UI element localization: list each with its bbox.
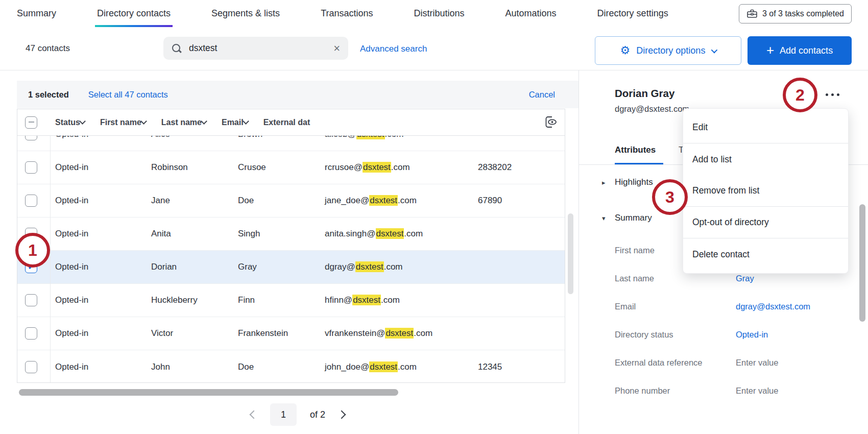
attribute-label: External data reference — [615, 357, 703, 367]
clear-search-icon[interactable]: × — [333, 43, 340, 54]
add-contacts-button[interactable]: + Add contacts — [748, 36, 852, 65]
menu-item[interactable]: Remove from list — [683, 175, 848, 207]
directory-options-label: Directory options — [636, 45, 705, 56]
select-all-link[interactable]: Select all 47 contacts — [88, 90, 168, 100]
nav-tab[interactable]: Distributions — [414, 0, 465, 27]
cell-external-data: 2838202 — [478, 162, 559, 173]
search-box[interactable]: × — [163, 37, 348, 60]
cell-first-name: Alice — [151, 136, 238, 139]
column-header[interactable]: First name — [100, 118, 161, 127]
nav-tab[interactable]: Transactions — [321, 0, 373, 27]
more-actions-icon[interactable] — [826, 89, 848, 100]
table-row[interactable]: Opted-in Dorian Gray dgray@dsxtest.com — [17, 251, 565, 284]
column-header[interactable]: Last name — [161, 118, 222, 127]
table-body: Opted-in Alice Brown aliceb@dsxtest.com … — [17, 136, 565, 382]
cell-first-name: Victor — [151, 328, 238, 339]
cell-external-data: 67890 — [478, 196, 559, 206]
select-all-checkbox[interactable] — [25, 116, 37, 129]
search-match-highlight: dsxtest — [363, 162, 391, 173]
menu-item[interactable]: Edit — [683, 112, 848, 143]
cell-email: rcrusoe@dsxtest.com — [325, 162, 478, 173]
cancel-selection-link[interactable]: Cancel — [529, 90, 555, 100]
directory-options-button[interactable]: ⚙ Directory options — [595, 36, 741, 65]
row-checkbox[interactable] — [25, 294, 37, 306]
table-row[interactable]: Opted-in Victor Frankenstein vfrankenste… — [17, 317, 565, 350]
cell-email: john_doe@dsxtest.com — [325, 362, 478, 372]
cell-last-name: Doe — [238, 362, 325, 372]
tab-attributes[interactable]: Attributes — [615, 145, 656, 155]
attribute-value[interactable]: Gray — [736, 273, 754, 283]
current-page[interactable]: 1 — [270, 403, 297, 426]
cell-first-name: John — [151, 362, 238, 372]
search-input[interactable] — [189, 43, 326, 54]
column-header[interactable]: Email — [222, 118, 263, 127]
contact-actions-menu: Edit Add to list Remove from list Opt-ou… — [683, 108, 849, 274]
row-checkbox[interactable] — [25, 361, 37, 373]
cell-status: Opted-in — [55, 196, 151, 206]
attribute-row: Directory status Opted-in — [579, 320, 868, 348]
advanced-search-link[interactable]: Advanced search — [360, 44, 427, 54]
table-row[interactable]: Opted-in Huckleberry Finn hfinn@dsxtest.… — [17, 284, 565, 317]
search-match-highlight: dsxtest — [369, 361, 398, 372]
nav-tab[interactable]: Segments & lists — [211, 0, 280, 27]
pagination: 1 of 2 — [17, 401, 578, 428]
page-count-label: of 2 — [310, 409, 325, 420]
annotation-circle-2: 2 — [783, 78, 817, 112]
table-row[interactable]: Opted-in Robinson Crusoe rcrusoe@dsxtest… — [17, 151, 565, 184]
table-row[interactable]: Opted-in Alice Brown aliceb@dsxtest.com — [17, 136, 565, 151]
previous-page-icon[interactable] — [249, 411, 258, 419]
nav-tab[interactable]: Directory settings — [597, 0, 668, 27]
table-row[interactable]: Opted-in John Doe john_doe@dsxtest.com 1… — [17, 350, 565, 382]
cell-first-name: Jane — [151, 196, 238, 206]
nav-tab[interactable]: Summary — [17, 0, 56, 27]
checkbox-column-divider — [50, 109, 51, 382]
table-vertical-scrollbar[interactable] — [568, 213, 573, 294]
table-horizontal-scrollbar[interactable] — [19, 389, 398, 396]
search-match-highlight: dsxtest — [356, 136, 385, 139]
contacts-table: Status First name Last name Emai — [17, 109, 565, 383]
search-icon — [172, 43, 182, 54]
column-header[interactable]: Status — [55, 118, 100, 127]
panel-vertical-scrollbar[interactable] — [859, 204, 865, 322]
row-checkbox[interactable] — [25, 136, 37, 140]
cell-last-name: Finn — [238, 295, 325, 305]
column-header[interactable]: External dat — [263, 118, 326, 127]
menu-item[interactable]: Opt-out of directory — [683, 207, 848, 238]
tasks-completed-button[interactable]: 3 of 3 tasks completed — [739, 4, 852, 23]
cell-status: Opted-in — [55, 162, 151, 173]
table-row[interactable]: Opted-in Anita Singh anita.singh@dsxtest… — [17, 218, 565, 251]
menu-item[interactable]: Add to list — [683, 143, 848, 175]
column-visibility-icon[interactable] — [543, 115, 559, 130]
attribute-value[interactable]: Opted-in — [736, 329, 768, 339]
table-row[interactable]: Opted-in Jane Doe jane_doe@dsxtest.com 6… — [17, 184, 565, 218]
attribute-value[interactable]: Enter value — [736, 385, 778, 395]
row-checkbox[interactable] — [25, 327, 37, 340]
briefcase-icon — [746, 9, 758, 19]
nav-tab[interactable]: Automations — [505, 0, 557, 27]
next-page-icon[interactable] — [337, 411, 346, 419]
attribute-label: Phone number — [615, 385, 670, 395]
attribute-value[interactable]: Enter value — [736, 357, 778, 367]
toolbar: 47 contacts × Advanced search ⚙ Director… — [0, 27, 868, 70]
row-checkbox[interactable] — [25, 195, 37, 207]
annotation-circle-3: 3 — [652, 179, 688, 215]
cell-last-name: Crusoe — [238, 162, 325, 173]
search-match-highlight: dsxtest — [385, 328, 414, 339]
cell-email: dgray@dsxtest.com — [325, 262, 478, 272]
attribute-row: Email dgray@dsxtest.com — [579, 292, 868, 320]
main-content: 1 selected Select all 47 contacts Cancel… — [0, 70, 868, 434]
row-checkbox[interactable] — [25, 161, 37, 174]
cell-status: Opted-in — [55, 229, 151, 239]
cell-last-name: Frankenstein — [238, 328, 325, 339]
menu-item[interactable]: Delete contact — [683, 238, 848, 270]
cell-last-name: Singh — [238, 229, 325, 239]
selection-bar: 1 selected Select all 47 contacts Cancel — [17, 81, 578, 108]
search-match-highlight: dsxtest — [355, 261, 384, 272]
cell-status: Opted-in — [55, 362, 151, 372]
cell-last-name: Gray — [238, 262, 325, 272]
table-header: Status First name Last name Emai — [17, 109, 565, 136]
nav-tab[interactable]: Directory contacts — [97, 0, 171, 27]
cell-first-name: Dorian — [151, 262, 238, 272]
chevron-down-icon — [711, 46, 718, 53]
attribute-value[interactable]: dgray@dsxtest.com — [736, 301, 810, 311]
